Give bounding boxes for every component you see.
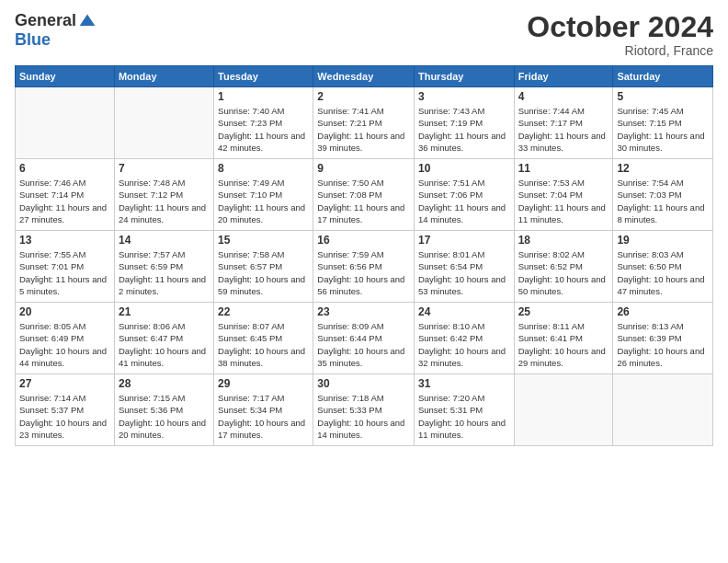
calendar-week-row: 13Sunrise: 7:55 AM Sunset: 7:01 PM Dayli… xyxy=(16,231,713,303)
day-number: 7 xyxy=(119,162,210,175)
calendar-cell: 26Sunrise: 8:13 AM Sunset: 6:39 PM Dayli… xyxy=(613,303,713,374)
logo-blue: Blue xyxy=(15,30,51,50)
day-info: Sunrise: 7:14 AM Sunset: 5:37 PM Dayligh… xyxy=(19,392,110,441)
day-number: 28 xyxy=(119,377,210,390)
calendar-cell: 13Sunrise: 7:55 AM Sunset: 7:01 PM Dayli… xyxy=(16,231,115,303)
day-number: 3 xyxy=(418,90,510,103)
calendar-week-row: 6Sunrise: 7:46 AM Sunset: 7:14 PM Daylig… xyxy=(16,159,713,231)
calendar-cell: 10Sunrise: 7:51 AM Sunset: 7:06 PM Dayli… xyxy=(414,159,514,231)
day-info: Sunrise: 7:20 AM Sunset: 5:31 PM Dayligh… xyxy=(418,392,510,441)
logo-icon xyxy=(78,12,97,30)
calendar-cell xyxy=(16,87,115,159)
day-number: 29 xyxy=(218,377,309,390)
day-info: Sunrise: 8:07 AM Sunset: 6:45 PM Dayligh… xyxy=(218,320,309,369)
calendar-cell: 6Sunrise: 7:46 AM Sunset: 7:14 PM Daylig… xyxy=(16,159,115,231)
day-number: 19 xyxy=(617,234,709,247)
day-info: Sunrise: 7:15 AM Sunset: 5:36 PM Dayligh… xyxy=(119,392,210,441)
day-number: 31 xyxy=(418,377,510,390)
day-info: Sunrise: 8:01 AM Sunset: 6:54 PM Dayligh… xyxy=(418,248,510,297)
logo: General Blue xyxy=(15,11,97,50)
page-header: General Blue October 2024 Riotord, Franc… xyxy=(15,11,713,58)
calendar-cell: 30Sunrise: 7:18 AM Sunset: 5:33 PM Dayli… xyxy=(313,374,415,446)
calendar-cell: 20Sunrise: 8:05 AM Sunset: 6:49 PM Dayli… xyxy=(16,303,115,374)
calendar-cell: 19Sunrise: 8:03 AM Sunset: 6:50 PM Dayli… xyxy=(613,231,713,303)
weekday-header: Monday xyxy=(114,66,213,87)
calendar-cell: 15Sunrise: 7:58 AM Sunset: 6:57 PM Dayli… xyxy=(214,231,313,303)
day-info: Sunrise: 7:44 AM Sunset: 7:17 PM Dayligh… xyxy=(518,105,609,154)
calendar-cell: 27Sunrise: 7:14 AM Sunset: 5:37 PM Dayli… xyxy=(16,374,115,446)
day-number: 1 xyxy=(218,90,309,103)
calendar-cell: 22Sunrise: 8:07 AM Sunset: 6:45 PM Dayli… xyxy=(214,303,313,374)
calendar-cell: 8Sunrise: 7:49 AM Sunset: 7:10 PM Daylig… xyxy=(214,159,313,231)
calendar-week-row: 27Sunrise: 7:14 AM Sunset: 5:37 PM Dayli… xyxy=(16,374,713,446)
day-info: Sunrise: 8:05 AM Sunset: 6:49 PM Dayligh… xyxy=(19,320,110,369)
logo-general: General xyxy=(15,11,76,30)
calendar-cell: 28Sunrise: 7:15 AM Sunset: 5:36 PM Dayli… xyxy=(114,374,213,446)
calendar-cell xyxy=(613,374,713,446)
calendar-cell: 31Sunrise: 7:20 AM Sunset: 5:31 PM Dayli… xyxy=(414,374,514,446)
day-info: Sunrise: 7:55 AM Sunset: 7:01 PM Dayligh… xyxy=(19,248,110,297)
title-block: October 2024 Riotord, France xyxy=(527,11,713,58)
day-number: 21 xyxy=(119,305,210,318)
calendar-cell: 2Sunrise: 7:41 AM Sunset: 7:21 PM Daylig… xyxy=(313,87,415,159)
weekday-header: Thursday xyxy=(414,66,514,87)
calendar: SundayMondayTuesdayWednesdayThursdayFrid… xyxy=(15,65,713,446)
calendar-cell: 4Sunrise: 7:44 AM Sunset: 7:17 PM Daylig… xyxy=(514,87,613,159)
calendar-cell: 21Sunrise: 8:06 AM Sunset: 6:47 PM Dayli… xyxy=(114,303,213,374)
calendar-cell: 24Sunrise: 8:10 AM Sunset: 6:42 PM Dayli… xyxy=(414,303,514,374)
calendar-cell: 11Sunrise: 7:53 AM Sunset: 7:04 PM Dayli… xyxy=(514,159,613,231)
day-number: 10 xyxy=(418,162,510,175)
day-number: 15 xyxy=(218,234,309,247)
day-info: Sunrise: 7:45 AM Sunset: 7:15 PM Dayligh… xyxy=(617,105,709,154)
calendar-week-row: 1Sunrise: 7:40 AM Sunset: 7:23 PM Daylig… xyxy=(16,87,713,159)
location: Riotord, France xyxy=(527,43,713,58)
day-info: Sunrise: 7:17 AM Sunset: 5:34 PM Dayligh… xyxy=(218,392,309,441)
day-number: 30 xyxy=(317,377,410,390)
day-info: Sunrise: 7:41 AM Sunset: 7:21 PM Dayligh… xyxy=(317,105,410,154)
calendar-cell: 14Sunrise: 7:57 AM Sunset: 6:59 PM Dayli… xyxy=(114,231,213,303)
day-number: 14 xyxy=(119,234,210,247)
day-number: 8 xyxy=(218,162,309,175)
day-info: Sunrise: 8:11 AM Sunset: 6:41 PM Dayligh… xyxy=(518,320,609,369)
day-info: Sunrise: 8:09 AM Sunset: 6:44 PM Dayligh… xyxy=(317,320,410,369)
day-info: Sunrise: 7:51 AM Sunset: 7:06 PM Dayligh… xyxy=(418,177,510,225)
calendar-cell xyxy=(114,87,213,159)
calendar-cell: 12Sunrise: 7:54 AM Sunset: 7:03 PM Dayli… xyxy=(613,159,713,231)
day-number: 18 xyxy=(518,234,609,247)
day-info: Sunrise: 7:59 AM Sunset: 6:56 PM Dayligh… xyxy=(317,248,410,297)
day-number: 17 xyxy=(418,234,510,247)
day-info: Sunrise: 7:18 AM Sunset: 5:33 PM Dayligh… xyxy=(317,392,410,441)
calendar-cell: 9Sunrise: 7:50 AM Sunset: 7:08 PM Daylig… xyxy=(313,159,415,231)
day-info: Sunrise: 8:13 AM Sunset: 6:39 PM Dayligh… xyxy=(617,320,709,369)
day-number: 24 xyxy=(418,305,510,318)
day-number: 4 xyxy=(518,90,609,103)
svg-marker-0 xyxy=(80,14,96,26)
day-number: 6 xyxy=(19,162,110,175)
day-info: Sunrise: 8:10 AM Sunset: 6:42 PM Dayligh… xyxy=(418,320,510,369)
day-info: Sunrise: 7:50 AM Sunset: 7:08 PM Dayligh… xyxy=(317,177,410,225)
calendar-cell: 25Sunrise: 8:11 AM Sunset: 6:41 PM Dayli… xyxy=(514,303,613,374)
day-number: 22 xyxy=(218,305,309,318)
day-number: 25 xyxy=(518,305,609,318)
calendar-cell: 5Sunrise: 7:45 AM Sunset: 7:15 PM Daylig… xyxy=(613,87,713,159)
weekday-header: Saturday xyxy=(613,66,713,87)
day-number: 20 xyxy=(19,305,110,318)
day-info: Sunrise: 7:46 AM Sunset: 7:14 PM Dayligh… xyxy=(19,177,110,225)
weekday-header: Wednesday xyxy=(313,66,415,87)
calendar-cell xyxy=(514,374,613,446)
day-number: 23 xyxy=(317,305,410,318)
weekday-header: Friday xyxy=(514,66,613,87)
day-info: Sunrise: 7:40 AM Sunset: 7:23 PM Dayligh… xyxy=(218,105,309,154)
day-number: 5 xyxy=(617,90,709,103)
day-number: 13 xyxy=(19,234,110,247)
day-number: 12 xyxy=(617,162,709,175)
day-number: 27 xyxy=(19,377,110,390)
day-info: Sunrise: 8:02 AM Sunset: 6:52 PM Dayligh… xyxy=(518,248,609,297)
day-info: Sunrise: 8:06 AM Sunset: 6:47 PM Dayligh… xyxy=(119,320,210,369)
day-info: Sunrise: 8:03 AM Sunset: 6:50 PM Dayligh… xyxy=(617,248,709,297)
day-info: Sunrise: 7:53 AM Sunset: 7:04 PM Dayligh… xyxy=(518,177,609,225)
day-info: Sunrise: 7:54 AM Sunset: 7:03 PM Dayligh… xyxy=(617,177,709,225)
weekday-header: Tuesday xyxy=(214,66,313,87)
day-number: 16 xyxy=(317,234,410,247)
calendar-cell: 23Sunrise: 8:09 AM Sunset: 6:44 PM Dayli… xyxy=(313,303,415,374)
